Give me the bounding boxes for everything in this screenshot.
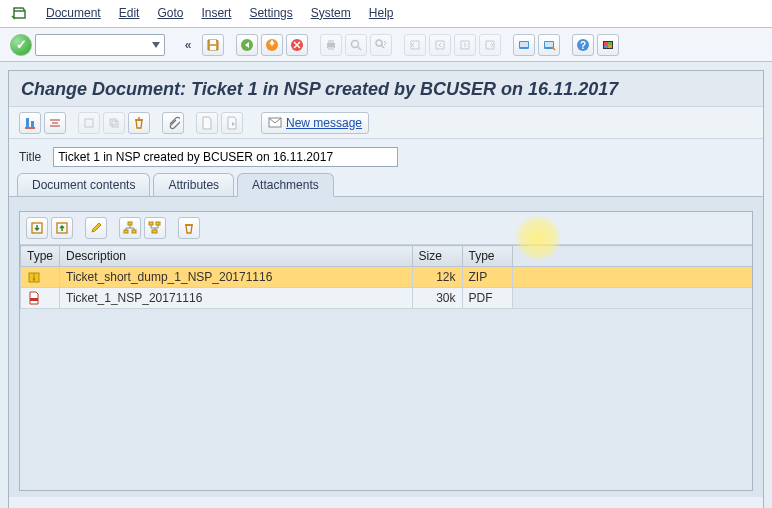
col-size[interactable]: Size — [412, 246, 462, 267]
page-icon[interactable] — [196, 112, 218, 134]
svg-line-9 — [358, 47, 361, 50]
svg-rect-30 — [110, 119, 116, 125]
command-field[interactable] — [35, 34, 165, 56]
row-type: ZIP — [462, 267, 512, 288]
svg-rect-1 — [210, 46, 216, 50]
svg-rect-22 — [608, 45, 612, 48]
row-type-icon — [21, 267, 60, 288]
shortcut-icon[interactable] — [538, 34, 560, 56]
menu-settings[interactable]: Settings — [249, 6, 292, 20]
col-type[interactable]: Type — [462, 246, 512, 267]
svg-rect-19 — [604, 42, 608, 45]
layout-icon[interactable] — [597, 34, 619, 56]
attachments-table: Type Description Size Type Ticket_short_… — [20, 245, 752, 309]
svg-rect-21 — [604, 45, 608, 48]
enter-button[interactable]: ✓ — [10, 34, 32, 56]
svg-rect-13 — [520, 42, 528, 47]
svg-rect-24 — [31, 121, 34, 127]
copy-icon[interactable] — [103, 112, 125, 134]
print-icon[interactable] — [320, 34, 342, 56]
svg-rect-39 — [132, 230, 136, 233]
next-page-icon[interactable] — [454, 34, 476, 56]
svg-point-46 — [33, 278, 35, 280]
hierarchy-icon[interactable] — [119, 217, 141, 239]
application-toolbar: New message — [9, 107, 763, 139]
new-message-label: New message — [286, 116, 362, 130]
svg-rect-23 — [26, 118, 29, 127]
export-icon[interactable] — [51, 217, 73, 239]
first-page-icon[interactable] — [404, 34, 426, 56]
tab-body: Type Description Size Type Ticket_short_… — [9, 197, 763, 497]
svg-rect-29 — [85, 119, 93, 127]
svg-line-11 — [381, 45, 384, 48]
row-type: PDF — [462, 288, 512, 309]
svg-rect-41 — [156, 222, 160, 225]
table-row[interactable]: Ticket_1_NSP_2017111630kPDF — [21, 288, 753, 309]
back-icon[interactable] — [236, 34, 258, 56]
find-next-icon[interactable] — [370, 34, 392, 56]
title-label: Title — [19, 150, 41, 164]
menu-insert[interactable]: Insert — [201, 6, 231, 20]
content-area: Change Document: Ticket 1 in NSP created… — [8, 70, 764, 508]
tab-attributes[interactable]: Attributes — [153, 173, 234, 196]
tabstrip: Document contents Attributes Attachments — [9, 173, 763, 197]
title-row: Title — [9, 139, 763, 173]
table-header-row: Type Description Size Type — [21, 246, 753, 267]
menu-help[interactable]: Help — [369, 6, 394, 20]
svg-text:?: ? — [580, 40, 586, 51]
menu-system[interactable]: System — [311, 6, 351, 20]
svg-rect-47 — [30, 298, 38, 301]
last-page-icon[interactable] — [479, 34, 501, 56]
row-size: 12k — [412, 267, 462, 288]
svg-point-8 — [352, 40, 359, 47]
menu-bar: Document Edit Goto Insert Settings Syste… — [0, 0, 772, 28]
new-message-button[interactable]: New message — [261, 112, 369, 134]
cancel-icon[interactable] — [286, 34, 308, 56]
menu-edit[interactable]: Edit — [119, 6, 140, 20]
tree-icon[interactable] — [144, 217, 166, 239]
attachments-toolbar — [20, 212, 752, 245]
svg-rect-20 — [608, 42, 612, 45]
delete-icon[interactable] — [128, 112, 150, 134]
tab-attachments[interactable]: Attachments — [237, 173, 334, 197]
standard-toolbar: ✓ « ? — [0, 28, 772, 62]
table-row[interactable]: Ticket_short_dump_1_NSP_2017111612kZIP — [21, 267, 753, 288]
row-size: 30k — [412, 288, 462, 309]
alignbottom-icon[interactable] — [19, 112, 41, 134]
svg-rect-38 — [124, 230, 128, 233]
prev-page-icon[interactable] — [429, 34, 451, 56]
find-icon[interactable] — [345, 34, 367, 56]
exit-icon[interactable] — [261, 34, 283, 56]
svg-rect-6 — [328, 40, 334, 43]
row-description: Ticket_short_dump_1_NSP_20171116 — [60, 267, 412, 288]
menu-goto[interactable]: Goto — [157, 6, 183, 20]
col-typeicon[interactable]: Type — [21, 246, 60, 267]
import-icon[interactable] — [26, 217, 48, 239]
page-next-icon[interactable] — [221, 112, 243, 134]
svg-rect-15 — [545, 42, 553, 47]
chevrons-left-icon[interactable]: « — [177, 34, 199, 56]
svg-rect-31 — [112, 121, 118, 127]
menu-document[interactable]: Document — [46, 6, 101, 20]
cut-icon[interactable] — [78, 112, 100, 134]
attachments-panel: Type Description Size Type Ticket_short_… — [19, 211, 753, 491]
aligncenter-icon[interactable] — [44, 112, 66, 134]
col-description[interactable]: Description — [60, 246, 412, 267]
svg-rect-37 — [128, 222, 132, 225]
svg-rect-7 — [328, 47, 334, 50]
row-description: Ticket_1_NSP_20171116 — [60, 288, 412, 309]
app-icon[interactable] — [10, 4, 28, 22]
svg-rect-0 — [210, 40, 216, 44]
save-icon[interactable] — [202, 34, 224, 56]
new-session-icon[interactable] — [513, 34, 535, 56]
row-type-icon — [21, 288, 60, 309]
title-input[interactable] — [53, 147, 398, 167]
edit-icon[interactable] — [85, 217, 107, 239]
help-icon[interactable]: ? — [572, 34, 594, 56]
tab-document-contents[interactable]: Document contents — [17, 173, 150, 196]
page-title: Change Document: Ticket 1 in NSP created… — [9, 71, 763, 107]
attach-icon[interactable] — [162, 112, 184, 134]
delete-attachment-icon[interactable] — [178, 217, 200, 239]
svg-rect-40 — [149, 222, 153, 225]
mail-icon — [268, 117, 282, 129]
